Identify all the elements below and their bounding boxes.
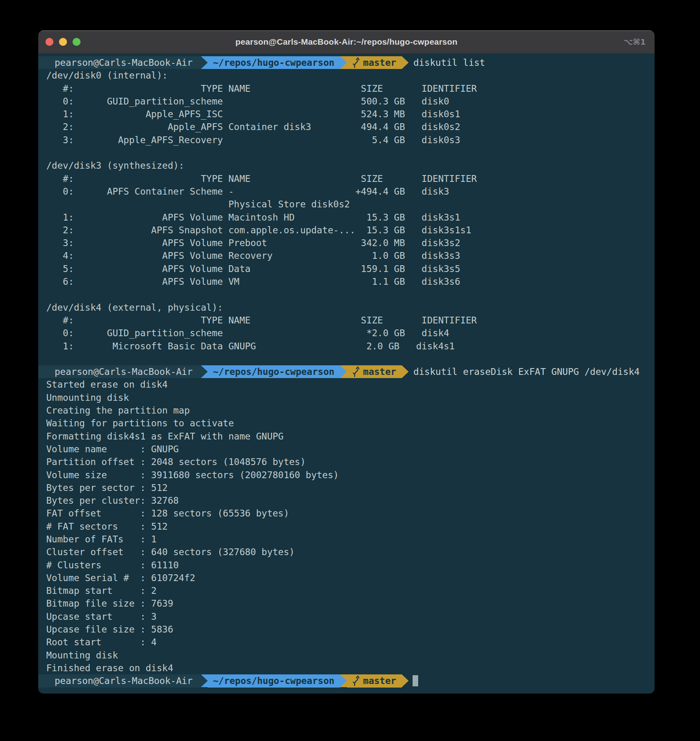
terminal-line: Waiting for partitions to activate [38, 417, 655, 430]
terminal-window: pearson@Carls-MacBook-Air:~/repos/hugo-c… [38, 30, 655, 694]
terminal-line: Bytes per sector : 512 [38, 481, 655, 494]
terminal-line: Formatting disk4s1 as ExFAT with name GN… [38, 430, 655, 443]
prompt-user-segment: pearson@Carls-MacBook-Air [38, 365, 201, 378]
terminal-line: Started erase on disk4 [38, 378, 655, 391]
terminal-line: Unmounting disk [38, 391, 655, 404]
terminal-line: Number of FATs : 1 [38, 533, 655, 546]
window-titlebar[interactable]: pearson@Carls-MacBook-Air:~/repos/hugo-c… [38, 30, 655, 53]
terminal-line: 1: Apple_APFS_ISC 524.3 MB disk0s1 [38, 108, 655, 120]
terminal-line [38, 288, 655, 301]
terminal-line: Mounting disk [38, 649, 655, 662]
terminal-line: 2: Apple_APFS Container disk3 494.4 GB d… [38, 120, 655, 133]
terminal-line: /dev/disk4 (external, physical): [38, 301, 655, 314]
terminal-line: 2: APFS Snapshot com.apple.os.update-...… [38, 224, 655, 236]
prompt-command: diskutil list [413, 57, 485, 68]
terminal-line: Volume Serial # : 610724f2 [38, 572, 655, 584]
prompt-git-segment: master [347, 56, 402, 69]
powerline-arrow-icon [402, 56, 409, 69]
git-branch-icon [352, 676, 360, 686]
prompt-command: diskutil eraseDisk ExFAT GNUPG /dev/disk… [413, 367, 640, 377]
powerline-arrow-icon [201, 365, 208, 378]
terminal-line: FAT offset : 128 sectors (65536 bytes) [38, 507, 655, 520]
terminal-line: /dev/disk0 (internal): [38, 69, 655, 82]
prompt-user-segment: pearson@Carls-MacBook-Air [38, 56, 201, 69]
git-branch-label: master [363, 674, 396, 687]
terminal-line: Upcase start : 3 [38, 610, 655, 623]
window-title: pearson@Carls-MacBook-Air:~/repos/hugo-c… [38, 37, 655, 47]
prompt-git-segment: master [347, 365, 402, 378]
terminal-line [38, 146, 655, 159]
terminal-line: Creating the partition map [38, 404, 655, 417]
terminal-line: #: TYPE NAME SIZE IDENTIFIER [38, 172, 655, 185]
prompt-path-segment: ~/repos/hugo-cwpearson [208, 56, 340, 69]
powerline-arrow-icon [402, 365, 409, 378]
prompt-user-segment: pearson@Carls-MacBook-Air [38, 674, 201, 687]
terminal-line: Volume size : 3911680 sectors (200278016… [38, 469, 655, 481]
terminal-line: # FAT sectors : 512 [38, 520, 655, 533]
powerline-arrow-icon [201, 674, 208, 687]
powerline-arrow-icon [340, 674, 347, 687]
git-branch-label: master [363, 56, 396, 69]
terminal-line: #: TYPE NAME SIZE IDENTIFIER [38, 314, 655, 327]
powerline-arrow-icon [340, 365, 347, 378]
powerline-arrow-icon [201, 56, 208, 69]
prompt-row: pearson@Carls-MacBook-Air~/repos/hugo-cw… [38, 674, 655, 687]
terminal-line: Root start : 4 [38, 636, 655, 648]
prompt-path-segment: ~/repos/hugo-cwpearson [208, 365, 340, 378]
terminal-line: 3: Apple_APFS_Recovery 5.4 GB disk0s3 [38, 134, 655, 146]
prompt-row: pearson@Carls-MacBook-Air~/repos/hugo-cw… [38, 56, 655, 69]
git-branch-icon [352, 57, 360, 68]
terminal-line: #: TYPE NAME SIZE IDENTIFIER [38, 82, 655, 95]
terminal-line: Bitmap file size : 7639 [38, 597, 655, 610]
terminal-line: Upcase file size : 5836 [38, 623, 655, 636]
terminal-cursor[interactable] [413, 675, 418, 686]
git-branch-icon [352, 367, 360, 377]
terminal-line: Bitmap start : 2 [38, 584, 655, 597]
terminal-line [38, 353, 655, 365]
powerline-arrow-icon [402, 674, 409, 687]
terminal-line: 1: Microsoft Basic Data GNUPG 2.0 GB dis… [38, 340, 655, 353]
terminal-line: 6: APFS Volume VM 1.1 GB disk3s6 [38, 275, 655, 288]
prompt-git-segment: master [347, 674, 402, 687]
prompt-path-segment: ~/repos/hugo-cwpearson [208, 674, 340, 687]
terminal-line: Bytes per cluster: 32768 [38, 494, 655, 507]
terminal-line: 1: APFS Volume Macintosh HD 15.3 GB disk… [38, 211, 655, 224]
terminal-line: 3: APFS Volume Preboot 342.0 MB disk3s2 [38, 236, 655, 249]
terminal-line: 5: APFS Volume Data 159.1 GB disk3s5 [38, 262, 655, 275]
terminal-line: 0: APFS Container Scheme - +494.4 GB dis… [38, 185, 655, 198]
terminal-line: Volume name : GNUPG [38, 443, 655, 455]
terminal-line: 4: APFS Volume Recovery 1.0 GB disk3s3 [38, 249, 655, 262]
tab-shortcut-badge: ⌥⌘1 [623, 37, 655, 47]
terminal-line: /dev/disk3 (synthesized): [38, 159, 655, 172]
powerline-arrow-icon [340, 56, 347, 69]
terminal-line: Physical Store disk0s2 [38, 198, 655, 211]
terminal-line: 0: GUID_partition_scheme *2.0 GB disk4 [38, 327, 655, 339]
terminal-line: Partition offset : 2048 sectors (1048576… [38, 455, 655, 468]
git-branch-label: master [363, 365, 396, 378]
terminal-line: Cluster offset : 640 sectors (327680 byt… [38, 546, 655, 558]
terminal-line: 0: GUID_partition_scheme 500.3 GB disk0 [38, 95, 655, 108]
terminal-line: Finished erase on disk4 [38, 662, 655, 674]
terminal-line: # Clusters : 61110 [38, 559, 655, 572]
terminal-viewport[interactable]: pearson@Carls-MacBook-Air~/repos/hugo-cw… [38, 53, 655, 694]
prompt-row: pearson@Carls-MacBook-Air~/repos/hugo-cw… [38, 365, 655, 378]
